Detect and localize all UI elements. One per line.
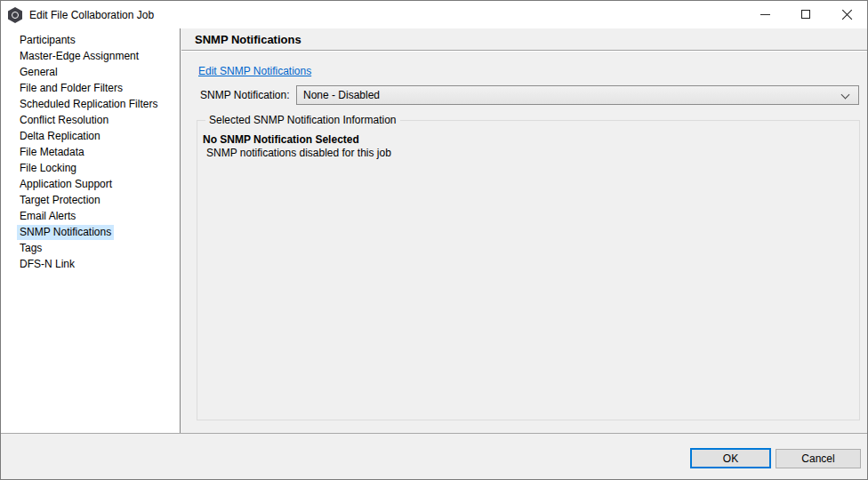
no-snmp-selected-title: No SNMP Notification Selected: [203, 133, 359, 146]
sidebar-item-file-and-folder-filters[interactable]: File and Folder Filters: [1, 80, 180, 96]
sidebar-item-snmp-notifications[interactable]: SNMP Notifications: [1, 224, 180, 240]
snmp-notification-select[interactable]: None - Disabled: [296, 85, 859, 105]
chevron-down-icon: [841, 91, 850, 100]
sidebar-item-dfs-n-link[interactable]: DFS-N Link: [1, 256, 180, 272]
snmp-notification-label: SNMP Notification:: [200, 89, 289, 101]
snmp-notification-selected-value: None - Disabled: [303, 89, 380, 101]
sidebar-item-target-protection[interactable]: Target Protection: [1, 192, 180, 208]
dialog-body: Participants Master-Edge Assignment Gene…: [1, 28, 867, 434]
minimize-button[interactable]: [744, 1, 785, 28]
close-button[interactable]: [826, 1, 867, 28]
edit-snmp-notifications-link[interactable]: Edit SNMP Notifications: [198, 65, 311, 77]
cancel-button[interactable]: Cancel: [776, 449, 861, 468]
sidebar-item-file-metadata[interactable]: File Metadata: [1, 144, 180, 160]
app-icon: [8, 7, 22, 23]
selected-snmp-info-group: Selected SNMP Notification Information N…: [197, 120, 860, 420]
sidebar-item-general[interactable]: General: [1, 64, 180, 80]
maximize-icon: [801, 10, 810, 19]
sidebar-item-scheduled-replication-filters[interactable]: Scheduled Replication Filters: [1, 96, 180, 112]
button-bar: OK Cancel: [1, 433, 867, 479]
sidebar-item-participants[interactable]: Participants: [1, 32, 180, 48]
sidebar-item-email-alerts[interactable]: Email Alerts: [1, 208, 180, 224]
main-header: SNMP Notifications: [181, 28, 867, 51]
no-snmp-selected-description: SNMP notifications disabled for this job: [206, 147, 391, 159]
ok-button[interactable]: OK: [690, 448, 771, 468]
title-bar: Edit File Collaboration Job: [1, 1, 867, 28]
maximize-button[interactable]: [785, 1, 826, 28]
close-icon: [841, 9, 853, 20]
sidebar-item-file-locking[interactable]: File Locking: [1, 160, 180, 176]
sidebar-item-delta-replication[interactable]: Delta Replication: [1, 128, 180, 144]
page-title: SNMP Notifications: [195, 33, 301, 46]
window-title: Edit File Collaboration Job: [29, 9, 154, 21]
minimize-icon: [760, 14, 770, 15]
selected-snmp-info-legend: Selected SNMP Notification Information: [205, 114, 400, 126]
sidebar-item-conflict-resolution[interactable]: Conflict Resolution: [1, 112, 180, 128]
main-panel: SNMP Notifications Edit SNMP Notificatio…: [181, 28, 867, 434]
sidebar: Participants Master-Edge Assignment Gene…: [1, 28, 181, 434]
edit-file-collaboration-job-dialog: Edit File Collaboration Job Participants…: [0, 0, 868, 480]
sidebar-item-application-support[interactable]: Application Support: [1, 176, 180, 192]
sidebar-item-master-edge-assignment[interactable]: Master-Edge Assignment: [1, 48, 180, 64]
sidebar-item-tags[interactable]: Tags: [1, 240, 180, 256]
